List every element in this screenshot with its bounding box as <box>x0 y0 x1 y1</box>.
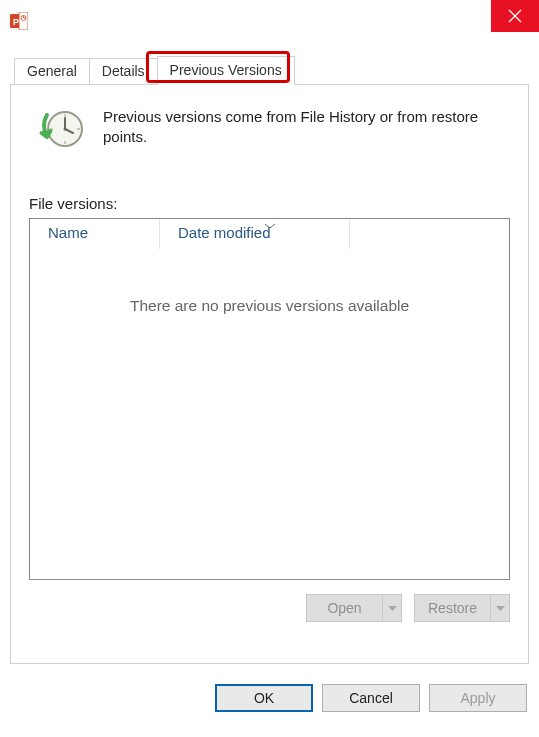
title-bar: P <box>0 0 539 38</box>
restore-button[interactable]: Restore <box>414 594 510 622</box>
info-description: Previous versions come from File History… <box>103 105 510 148</box>
list-header: Name Date modified <box>30 219 509 249</box>
column-header-name[interactable]: Name <box>30 219 160 249</box>
chevron-down-icon <box>388 606 397 611</box>
open-button-label: Open <box>306 594 382 622</box>
restore-button-dropdown[interactable] <box>490 594 510 622</box>
open-button-dropdown[interactable] <box>382 594 402 622</box>
tab-details[interactable]: Details <box>89 58 158 84</box>
empty-list-message: There are no previous versions available <box>30 297 509 315</box>
column-header-spacer[interactable] <box>350 219 509 249</box>
versions-list[interactable]: Name Date modified There are no previous… <box>29 218 510 580</box>
dialog-button-row: OK Cancel Apply <box>0 664 539 712</box>
open-button[interactable]: Open <box>306 594 402 622</box>
info-row: Previous versions come from File History… <box>29 99 510 153</box>
svg-text:P: P <box>13 17 19 27</box>
close-icon <box>508 9 522 23</box>
tab-content: Previous versions come from File History… <box>10 84 529 664</box>
svg-marker-15 <box>388 606 397 611</box>
file-versions-label: File versions: <box>29 195 510 212</box>
tab-general[interactable]: General <box>14 58 90 84</box>
tab-previous-versions[interactable]: Previous Versions <box>157 56 295 85</box>
cancel-button[interactable]: Cancel <box>322 684 420 712</box>
svg-rect-1 <box>19 12 28 30</box>
file-history-icon <box>37 105 85 153</box>
svg-marker-16 <box>496 606 505 611</box>
close-button[interactable] <box>491 0 539 32</box>
tab-strip: General Details Previous Versions <box>0 56 539 84</box>
action-button-row: Open Restore <box>29 594 510 622</box>
chevron-down-icon <box>496 606 505 611</box>
powerpoint-icon: P <box>10 12 28 30</box>
restore-button-label: Restore <box>414 594 490 622</box>
ok-button[interactable]: OK <box>215 684 313 712</box>
column-header-date-modified[interactable]: Date modified <box>160 219 350 249</box>
apply-button[interactable]: Apply <box>429 684 527 712</box>
